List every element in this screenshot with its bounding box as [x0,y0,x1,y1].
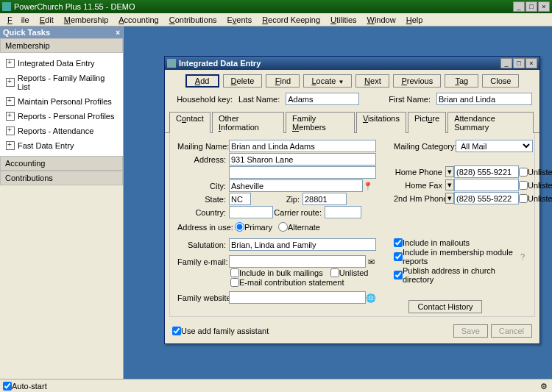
tab-picture[interactable]: Picture [408,112,446,133]
globe-icon[interactable]: 🌐 [366,293,376,303]
state-input[interactable] [229,193,251,205]
contact-history-button[interactable]: Contact History [408,300,482,313]
primary-radio[interactable] [235,222,244,232]
sidebar-item-reports-attendance[interactable]: Reports - Attendance [0,124,123,138]
menubar: File Edit Membership Accounting Contribu… [0,13,552,26]
menu-events[interactable]: Events [223,15,257,25]
app-titlebar: PowerChurch Plus 11.55 - DEMO _ □ × [0,0,552,13]
tab-visitations[interactable]: Visitations [356,112,406,133]
envelope-icon[interactable]: ✉ [366,257,376,267]
child-maximize-button[interactable]: □ [513,58,525,68]
firstname-input[interactable] [436,93,532,105]
form-icon [6,78,15,87]
locate-button[interactable]: Locate ▼ [303,74,352,88]
menu-window[interactable]: Window [363,15,400,25]
quick-tasks-header: Quick Tasks × [0,26,123,38]
sidebar-item-family-mailing[interactable]: Reports - Family Mailing List [0,71,123,94]
unlisted1-checkbox[interactable] [519,168,528,177]
gear-icon[interactable]: ⚙ [539,381,549,391]
maximize-button[interactable]: □ [526,1,537,12]
child-titlebar: Integrated Data Entry _ □ × [165,57,539,70]
sidebar-item-reports-personal[interactable]: Reports - Personal Profiles [0,109,123,124]
app-title: PowerChurch Plus 11.55 - DEMO [14,2,135,11]
salutation-input[interactable] [229,238,376,251]
unlisted3-checkbox[interactable] [519,194,528,203]
include-bulk-checkbox[interactable] [230,268,239,277]
firstname-label: First Name: [389,95,434,104]
household-key-label: Household key: [172,95,236,104]
tab-attendance[interactable]: Attendance Summary [447,112,534,133]
section-membership[interactable]: Membership [0,38,123,53]
close-form-button[interactable]: Close [482,74,519,88]
unlisted-email-checkbox[interactable] [330,268,339,277]
menu-edit[interactable]: Edit [35,15,58,25]
menu-accounting[interactable]: Accounting [114,15,163,25]
tag-button[interactable]: Tag [445,74,478,88]
statusbar: Auto-start ⚙ [0,379,552,392]
autostart-checkbox[interactable] [3,382,12,391]
country-input[interactable] [229,206,273,218]
phone2-dropdown[interactable]: ▾ [445,179,454,190]
mailing-category-select[interactable]: All Mail [456,140,533,152]
find-button[interactable]: Find [266,74,300,88]
quick-tasks-panel: Quick Tasks × Membership Integrated Data… [0,26,124,379]
lastname-input[interactable] [286,93,359,105]
phone1-dropdown[interactable]: ▾ [445,166,454,177]
tab-other-info[interactable]: Other Information [212,112,284,133]
help-icon[interactable]: ? [518,252,527,262]
sidebar-item-personal-profiles[interactable]: Maintain Personal Profiles [0,94,123,109]
tab-contact[interactable]: Contact [169,112,210,133]
home-fax-input[interactable] [454,179,519,191]
zip-input[interactable] [302,193,347,205]
previous-button[interactable]: Previous [393,74,441,88]
home-phone-input[interactable] [454,165,519,178]
family-email-input[interactable] [229,255,366,268]
include-module-checkbox[interactable] [394,252,403,261]
home-phone2-input[interactable] [454,192,519,204]
mdi-area: Integrated Data Entry _ □ × Add Delete F… [124,26,552,379]
carrier-input[interactable] [325,206,361,218]
sidebar-item-ide[interactable]: Integrated Data Entry [0,56,123,71]
tab-contact-body: Mailing Name: Address: City:📍 State:Zip:… [169,133,535,317]
add-button[interactable]: Add [185,74,219,88]
save-button[interactable]: Save [453,324,488,338]
alternate-radio[interactable] [278,222,288,232]
menu-file[interactable]: File [3,15,34,25]
minimize-button[interactable]: _ [513,1,525,12]
address1-input[interactable] [229,153,376,165]
menu-membership[interactable]: Membership [60,15,113,25]
form-icon [6,59,15,68]
section-contributions[interactable]: Contributions [0,171,123,185]
use-add-assistant-checkbox[interactable] [172,327,181,335]
menu-contributions[interactable]: Contributions [165,15,222,25]
toolbar: Add Delete Find Locate ▼ Next Previous T… [165,70,539,92]
tab-family-members[interactable]: Family Members [286,112,355,133]
child-minimize-button[interactable]: _ [500,58,512,68]
unlisted2-checkbox[interactable] [519,181,528,190]
section-accounting[interactable]: Accounting [0,156,123,171]
publish-checkbox[interactable] [394,271,403,279]
delete-button[interactable]: Delete [223,74,263,88]
app-logo-icon [2,2,11,11]
form-icon [6,112,15,121]
sidebar-item-fast-entry[interactable]: Fast Data Entry [0,138,123,153]
mailing-name-input[interactable] [229,140,376,152]
integrated-data-entry-window: Integrated Data Entry _ □ × Add Delete F… [164,56,540,344]
email-contrib-checkbox[interactable] [230,278,239,287]
menu-record-keeping[interactable]: Record Keeping [258,15,325,25]
address2-input[interactable] [229,166,376,179]
map-pin-icon[interactable]: 📍 [363,181,373,191]
form-icon [6,126,15,135]
close-button[interactable]: × [538,1,550,12]
include-mailouts-checkbox[interactable] [394,238,403,247]
cancel-button[interactable]: Cancel [491,324,532,338]
family-website-input[interactable] [229,291,366,304]
city-input[interactable] [229,179,363,192]
menu-help[interactable]: Help [402,15,428,25]
phone3-dropdown[interactable]: ▾ [445,193,454,204]
window-icon [167,59,176,68]
next-button[interactable]: Next [355,74,389,88]
child-close-button[interactable]: × [526,58,537,68]
menu-utilities[interactable]: Utilities [326,15,361,25]
quick-tasks-close-icon[interactable]: × [116,29,120,37]
